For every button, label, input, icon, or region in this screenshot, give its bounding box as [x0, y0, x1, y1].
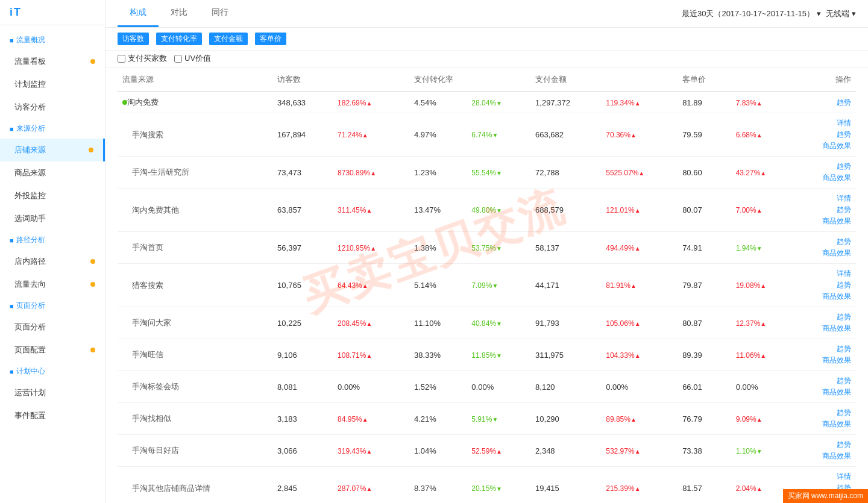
action-cell: 详情趋势商品效果	[794, 264, 856, 307]
payment-pct-cell: 0.00%	[601, 371, 678, 403]
device-dropdown[interactable]: 无线端 ▾	[826, 8, 856, 19]
source-name-cell: 手淘其他店铺商品详情	[118, 467, 272, 504]
conv-pct-cell: 55.54%	[467, 157, 530, 189]
filter-checkbox-UV价值[interactable]: UV价值	[174, 53, 211, 64]
action-link-趋势[interactable]: 趋势	[837, 376, 851, 386]
sidebar-item-label: 计划监控	[14, 79, 46, 90]
date-dropdown[interactable]: 最近30天（2017-10-17~2017-11-15） ▾	[682, 8, 821, 19]
filters-row: 访客数 支付转化率 支付金额 客单价	[105, 28, 868, 51]
action-link-商品效果[interactable]: 商品效果	[822, 248, 851, 258]
filter-tag-4[interactable]: 客单价	[255, 33, 286, 45]
tab-同行[interactable]: 同行	[200, 0, 241, 27]
action-link-商品效果[interactable]: 商品效果	[822, 173, 851, 183]
action-link-趋势[interactable]: 趋势	[837, 344, 851, 354]
unit-price-cell: 79.59	[678, 113, 731, 157]
action-link-趋势[interactable]: 趋势	[837, 440, 851, 450]
action-link-商品效果[interactable]: 商品效果	[822, 292, 851, 302]
filter-tag-1[interactable]: 访客数	[118, 33, 149, 45]
action-link-趋势[interactable]: 趋势	[837, 205, 851, 215]
payment-num: 10,290	[535, 414, 559, 423]
filter-tag-2[interactable]: 支付转化率	[156, 33, 202, 45]
unit-price-num: 80.87	[682, 319, 702, 328]
visitors-cell: 3,183	[272, 403, 333, 435]
source-name-cell: 手淘标签会场	[118, 371, 272, 403]
conv-pct: 52.59%	[471, 447, 502, 455]
action-cell: 详情趋势商品效果	[794, 113, 856, 157]
visitors-cell: 3,066	[272, 435, 333, 467]
action-link-商品效果[interactable]: 商品效果	[822, 451, 851, 461]
payment-num: 8,120	[535, 383, 555, 392]
visitors-num: 2,845	[277, 484, 297, 493]
payment-pct: 105.06%	[606, 319, 640, 328]
sidebar-item-页面配置[interactable]: 页面配置	[0, 339, 105, 361]
tab-对比[interactable]: 对比	[159, 0, 200, 27]
tab-构成[interactable]: 构成	[118, 0, 159, 27]
unit-price-pct-cell: 12.37%	[731, 307, 795, 339]
filter-tag-3[interactable]: 支付金额	[209, 33, 248, 45]
sidebar-item-店内路径[interactable]: 店内路径	[0, 250, 105, 273]
action-link-商品效果[interactable]: 商品效果	[822, 355, 851, 366]
device-label: 无线端	[826, 8, 849, 19]
action-link-趋势[interactable]: 趋势	[837, 130, 851, 140]
sidebar-item-商品来源[interactable]: 商品来源	[0, 161, 105, 184]
filter-checkbox-支付买家数[interactable]: 支付买家数	[118, 53, 167, 64]
action-link-商品效果[interactable]: 商品效果	[822, 216, 851, 227]
sidebar-item-页面分析[interactable]: 页面分析	[0, 316, 105, 339]
sidebar-section-header: ■计划中心	[0, 361, 105, 381]
action-link-商品效果[interactable]: 商品效果	[822, 387, 851, 398]
unit-pct: 7.00%	[736, 206, 763, 214]
payment-pct-cell: 5525.07%	[601, 157, 678, 189]
sidebar-item-店铺来源[interactable]: 店铺来源	[0, 139, 105, 161]
payment-num: 91,793	[535, 319, 559, 328]
section-header-label: 页面分析	[16, 301, 45, 311]
visitors-pct: 1210.95%	[338, 244, 376, 252]
action-link-详情[interactable]: 详情	[837, 118, 851, 128]
action-link-商品效果[interactable]: 商品效果	[822, 323, 851, 334]
action-link-趋势[interactable]: 趋势	[837, 237, 851, 247]
conv-cell: 4.54%	[409, 92, 467, 113]
unit-pct: 2.04%	[736, 484, 763, 493]
table-row: 手淘标签会场8,0810.00%1.52%0.00%8,1200.00%66.0…	[118, 371, 856, 403]
unit-pct: 1.94%	[736, 244, 763, 252]
action-link-详情[interactable]: 详情	[837, 193, 851, 204]
conv-pct: 49.80%	[471, 206, 502, 214]
visitors-pct: 287.07%	[338, 484, 372, 493]
action-link-趋势[interactable]: 趋势	[837, 408, 851, 418]
unit-price-num: 89.39	[682, 351, 702, 360]
conv-num: 38.33%	[414, 351, 441, 360]
conv-cell: 1.38%	[409, 232, 467, 264]
source-name-cell: 淘内免费	[118, 92, 272, 113]
action-link-趋势[interactable]: 趋势	[837, 98, 851, 108]
conv-pct: 20.15%	[471, 484, 502, 493]
unit-price-pct-cell: 1.10%	[731, 435, 795, 467]
visitors-num: 56,397	[277, 243, 301, 252]
sidebar-item-事件配置[interactable]: 事件配置	[0, 404, 105, 427]
sidebar-item-流量看板[interactable]: 流量看板	[0, 50, 105, 73]
action-link-商品效果[interactable]: 商品效果	[822, 141, 851, 151]
table-row: 淘内免费其他63,857311.45%13.47%49.80%688,57912…	[118, 189, 856, 232]
date-range-label: 最近30天（2017-10-17~2017-11-15）	[682, 8, 814, 19]
action-link-趋势[interactable]: 趋势	[837, 280, 851, 290]
main-source: 淘内免费	[122, 98, 159, 107]
conv-pct: 53.75%	[471, 244, 502, 252]
sidebar-item-计划监控[interactable]: 计划监控	[0, 73, 105, 96]
unit-price-pct-cell: 1.94%	[731, 232, 795, 264]
action-cell: 趋势商品效果	[794, 371, 856, 403]
table-row: 猎客搜索10,76564.43%5.14%7.09%44,17181.91%79…	[118, 264, 856, 307]
sidebar-item-运营计划[interactable]: 运营计划	[0, 381, 105, 404]
table-row: 手淘旺信9,106108.71%38.33%11.85%311,975104.3…	[118, 339, 856, 371]
sub-source: 手淘搜索	[122, 130, 163, 139]
sidebar-item-流量去向[interactable]: 流量去向	[0, 273, 105, 296]
sub-source: 猎客搜索	[122, 281, 163, 290]
action-link-商品效果[interactable]: 商品效果	[822, 419, 851, 430]
action-link-趋势[interactable]: 趋势	[837, 161, 851, 172]
sidebar-item-外投监控[interactable]: 外投监控	[0, 184, 105, 207]
main-content: 构成对比同行 最近30天（2017-10-17~2017-11-15） ▾ 无线…	[105, 0, 868, 503]
action-link-详情[interactable]: 详情	[837, 269, 851, 279]
action-cell: 趋势商品效果	[794, 157, 856, 189]
sidebar-item-访客分析[interactable]: 访客分析	[0, 96, 105, 119]
action-link-趋势[interactable]: 趋势	[837, 312, 851, 322]
sidebar-item-选词助手[interactable]: 选词助手	[0, 207, 105, 230]
visitors-num: 10,765	[277, 281, 301, 290]
action-link-详情[interactable]: 详情	[837, 472, 851, 482]
